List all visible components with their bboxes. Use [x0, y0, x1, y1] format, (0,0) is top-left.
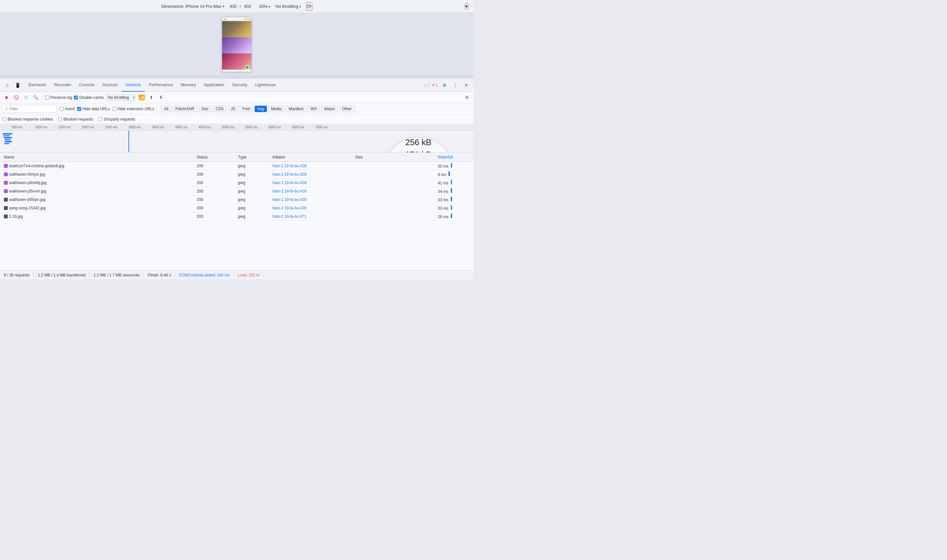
- tab-application[interactable]: Application: [200, 79, 228, 92]
- filter-tag-other[interactable]: Other: [339, 106, 355, 112]
- td-initiator-2[interactable]: halo-2.19-fa-bu:428: [271, 172, 354, 177]
- hide-extension-urls-checkbox[interactable]: [113, 107, 116, 111]
- throttle-select[interactable]: No throttling: [106, 94, 136, 101]
- tab-recorder[interactable]: Recorder: [50, 79, 75, 92]
- td-initiator-5[interactable]: halo-2.19-fa-bu:428: [271, 197, 354, 202]
- tab-lighthouse[interactable]: Lighthouse: [251, 79, 280, 92]
- th-waterfall[interactable]: Waterfall: [436, 155, 471, 160]
- disable-cache-text: Disable cache: [79, 95, 103, 100]
- export-har-button[interactable]: ⬆: [148, 94, 155, 102]
- hide-data-urls-checkbox[interactable]: [77, 107, 81, 111]
- network-settings-button[interactable]: ⚙: [463, 94, 471, 102]
- viewport-height[interactable]: 932: [244, 4, 254, 9]
- third-party-checkbox[interactable]: [98, 117, 102, 121]
- td-initiator-3[interactable]: halo-2.19-fa-bu:428: [271, 180, 354, 185]
- td-type-5: jpeg: [237, 197, 271, 202]
- th-name[interactable]: Name: [3, 155, 196, 160]
- filter-tag-font[interactable]: Font: [240, 106, 253, 112]
- filter-tag-all[interactable]: All: [161, 106, 171, 112]
- blocked-requests-checkbox[interactable]: [58, 117, 62, 121]
- filter-tag-img[interactable]: Img: [254, 106, 267, 112]
- table-row[interactable]: wallhaven-p8mk6j.jpg 200 jpeg halo-2.19-…: [0, 178, 474, 187]
- waterfall-bar-7: [451, 214, 452, 218]
- more-options-button[interactable]: ▾: [465, 3, 468, 9]
- table-row[interactable]: 2.19.jpg 200 jpeg halo-2.19-fa-bu:471 28…: [0, 212, 474, 221]
- td-initiator-7[interactable]: halo-2.19-fa-bu:471: [271, 214, 354, 219]
- tab-elements[interactable]: Elements: [25, 79, 50, 92]
- tick-1500ms: 1500 ms: [59, 125, 71, 129]
- table-row[interactable]: duietczn7o4-cristina-gottardi.jpg 200 jp…: [0, 162, 474, 170]
- blocked-cookies-checkbox[interactable]: [3, 117, 6, 121]
- hide-data-urls-label[interactable]: Hide data URLs: [77, 107, 110, 111]
- invert-label[interactable]: Invert: [60, 107, 75, 111]
- zoom-dropdown[interactable]: 26% ▾: [259, 4, 270, 9]
- rotate-button[interactable]: ⟳: [306, 2, 312, 11]
- filter-toggle-button[interactable]: ⬡: [22, 94, 30, 102]
- throttle-dropdown[interactable]: No throttling ▾: [275, 4, 301, 9]
- timeline[interactable]: 500 ms 1000 ms 1500 ms 2000 ms 2500 ms 3…: [0, 124, 474, 152]
- blocked-cookies-label[interactable]: Blocked response cookies: [3, 117, 53, 122]
- th-size[interactable]: Size: [354, 155, 436, 160]
- search-button[interactable]: 🔍: [32, 94, 40, 102]
- filter-tag-css[interactable]: CSS: [213, 106, 227, 112]
- tab-sources[interactable]: Sources: [98, 79, 122, 92]
- th-status[interactable]: Status: [196, 155, 237, 160]
- close-devtools-button[interactable]: ✕: [462, 81, 471, 90]
- blocked-requests-label[interactable]: Blocked requests: [58, 117, 93, 122]
- hide-extension-urls-label[interactable]: Hide extension URLs: [113, 107, 154, 111]
- td-waterfall-4: 34 ms: [436, 188, 471, 194]
- filter-tag-manifest[interactable]: Manifest: [286, 106, 306, 112]
- waterfall-ms-7: 28 ms: [438, 215, 449, 219]
- error-badge[interactable]: ✕ 1: [432, 83, 438, 88]
- tick-3500ms: 3500 ms: [152, 125, 164, 129]
- tab-console[interactable]: Console: [75, 79, 99, 92]
- td-name-3: wallhaven-p8mk6j.jpg: [3, 180, 196, 185]
- tab-security[interactable]: Security: [228, 79, 251, 92]
- disable-cache-label[interactable]: Disable cache: [74, 95, 103, 100]
- device-toolbar-button[interactable]: 📱: [13, 81, 22, 90]
- tab-memory[interactable]: Memory: [177, 79, 200, 92]
- table-row[interactable]: wallhaven-j5l5qm.jpg 200 jpeg halo-2.19-…: [0, 195, 474, 204]
- table-row[interactable]: wallhaven-j35vvm.jpg 200 jpeg halo-2.19-…: [0, 187, 474, 195]
- record-button[interactable]: ⏺: [3, 94, 10, 102]
- invert-checkbox[interactable]: [60, 107, 63, 111]
- tick-7000ms: 7000 ms: [315, 125, 327, 129]
- network-conditions-button[interactable]: 📶: [138, 94, 146, 102]
- tab-network[interactable]: Network: [122, 79, 145, 92]
- more-devtools-button[interactable]: ⋮: [451, 81, 460, 90]
- warning-badge[interactable]: ⚠ 1: [424, 83, 430, 88]
- import-har-button[interactable]: ⬇: [157, 94, 165, 102]
- phone-image-3: [222, 54, 251, 70]
- clear-button[interactable]: 🚫: [12, 94, 20, 102]
- th-type[interactable]: Type: [237, 155, 271, 160]
- table-row[interactable]: yang-song-15342.jpg 200 jpeg halo-2.19-f…: [0, 204, 474, 212]
- error-count: 1: [436, 83, 438, 88]
- tab-performance[interactable]: Performance: [145, 79, 177, 92]
- filter-tag-doc[interactable]: Doc: [199, 106, 211, 112]
- th-initiator[interactable]: Initiator: [271, 155, 354, 160]
- inspect-element-button[interactable]: ⊹: [3, 81, 12, 90]
- td-initiator-1[interactable]: halo-2.19-fa-bu:428: [271, 164, 354, 168]
- dimensions-dropdown[interactable]: Dimensions: iPhone 14 Pro Max ▾: [161, 4, 224, 9]
- filter-tag-media[interactable]: Media: [268, 106, 285, 112]
- td-initiator-6[interactable]: halo-2.19-fa-bu:428: [271, 206, 354, 210]
- preserve-log-label[interactable]: Preserve log: [45, 95, 72, 100]
- filter-tag-fetch-xhr[interactable]: Fetch/XHR: [173, 106, 197, 112]
- status-dom-content[interactable]: DOMContentLoaded: 184 ms: [175, 273, 234, 277]
- filename-2: wallhaven-l3myxr.jpg: [9, 172, 45, 177]
- table-row[interactable]: wallhaven-l3myxr.jpg 200 jpeg halo-2.19-…: [0, 170, 474, 178]
- third-party-label[interactable]: 3rd-party requests: [98, 117, 135, 122]
- disable-cache-checkbox[interactable]: [74, 95, 78, 100]
- filter-tag-js[interactable]: JS: [228, 106, 238, 112]
- dimensions-chevron-icon: ▾: [223, 5, 224, 8]
- filter-tag-ws[interactable]: WS: [308, 106, 320, 112]
- blocked-cookies-text: Blocked response cookies: [8, 117, 53, 122]
- preserve-log-checkbox[interactable]: [45, 95, 49, 100]
- td-initiator-4[interactable]: halo-2.19-fa-bu:428: [271, 189, 354, 194]
- settings-button[interactable]: ⚙: [440, 81, 449, 90]
- status-load[interactable]: Load: 222 m: [234, 273, 264, 277]
- filter-input[interactable]: [9, 107, 55, 111]
- viewport-width[interactable]: 430: [227, 4, 237, 9]
- resource-icon-3: [4, 181, 8, 185]
- filter-tag-wasm[interactable]: Wasm: [321, 106, 338, 112]
